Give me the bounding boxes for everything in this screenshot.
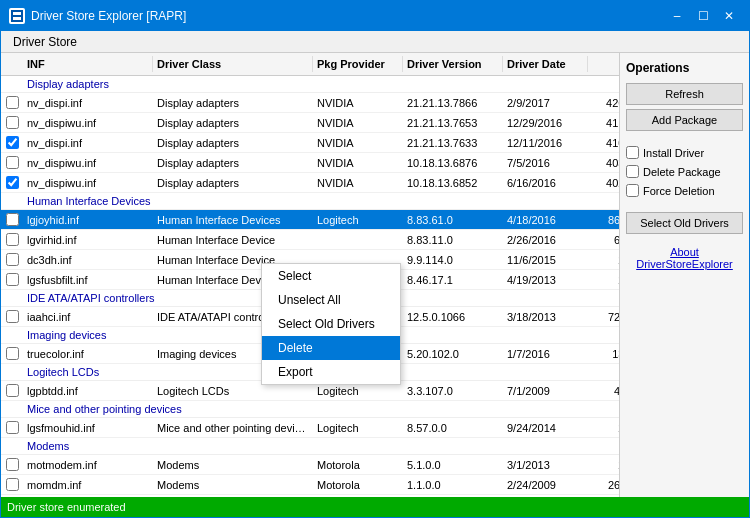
row-class: Human Interface Device — [153, 234, 313, 246]
table-row[interactable]: nv_dispi.inf Display adapters NVIDIA 21.… — [1, 133, 619, 153]
row-checkbox[interactable] — [6, 213, 19, 226]
delete-package-checkbox[interactable] — [626, 165, 639, 178]
row-checkbox[interactable] — [6, 273, 19, 286]
table-row[interactable]: motmodem.inf Modems Motorola 5.1.0.0 3/1… — [1, 455, 619, 475]
row-checkbox-cell — [1, 176, 23, 189]
row-checkbox[interactable] — [6, 478, 19, 491]
row-provider: NVIDIA — [313, 157, 403, 169]
about-link[interactable]: About DriverStoreExplorer — [626, 246, 743, 270]
header-provider[interactable]: Pkg Provider — [313, 56, 403, 72]
row-inf: lgsfmouhid.inf — [23, 422, 153, 434]
row-size: 2 MB — [588, 274, 619, 286]
row-inf: lgjoyhid.inf — [23, 214, 153, 226]
maximize-button[interactable]: ☐ — [691, 6, 715, 26]
minimize-button[interactable]: – — [665, 6, 689, 26]
header-version[interactable]: Driver Version — [403, 56, 503, 72]
row-checkbox[interactable] — [6, 310, 19, 323]
group-row: Display adapters — [1, 76, 619, 93]
status-bar: Driver store enumerated — [1, 497, 749, 517]
row-checkbox[interactable] — [6, 156, 19, 169]
table-row[interactable]: lgsfmouhid.inf Mice and other pointing d… — [1, 418, 619, 438]
row-checkbox-cell — [1, 384, 23, 397]
table-row[interactable]: lgvirhid.inf Human Interface Device 8.83… — [1, 230, 619, 250]
app-icon — [9, 8, 25, 24]
row-date: 7/5/2016 — [503, 157, 588, 169]
close-button[interactable]: ✕ — [717, 6, 741, 26]
row-version: 3.3.107.0 — [403, 385, 503, 397]
table-row[interactable]: nv_dispiwu.inf Display adapters NVIDIA 2… — [1, 113, 619, 133]
header-inf[interactable]: INF — [23, 56, 153, 72]
row-checkbox[interactable] — [6, 176, 19, 189]
row-class: Modems — [153, 479, 313, 491]
operations-title: Operations — [626, 61, 743, 75]
row-version: 9.9.114.0 — [403, 254, 503, 266]
context-menu-item-select[interactable]: Select — [262, 264, 400, 288]
row-size: 403 MB — [588, 157, 619, 169]
context-menu-item-unselect-all[interactable]: Unselect All — [262, 288, 400, 312]
row-inf: nv_dispi.inf — [23, 97, 153, 109]
install-driver-checkbox[interactable] — [626, 146, 639, 159]
main-content: INF Driver Class Pkg Provider Driver Ver… — [1, 53, 749, 497]
refresh-button[interactable]: Refresh — [626, 83, 743, 105]
row-date: 12/29/2016 — [503, 117, 588, 129]
row-inf: nv_dispiwu.inf — [23, 177, 153, 189]
row-version: 21.21.13.7633 — [403, 137, 503, 149]
force-deletion-checkbox[interactable] — [626, 184, 639, 197]
row-size: 864 KB — [588, 214, 619, 226]
row-checkbox[interactable] — [6, 253, 19, 266]
table-row[interactable]: nv_dispiwu.inf Display adapters NVIDIA 1… — [1, 173, 619, 193]
table-row[interactable]: nv_dispi.inf Display adapters NVIDIA 21.… — [1, 93, 619, 113]
row-provider: NVIDIA — [313, 97, 403, 109]
row-date: 4/18/2016 — [503, 214, 588, 226]
row-version: 8.83.61.0 — [403, 214, 503, 226]
row-date: 11/6/2015 — [503, 254, 588, 266]
header-size[interactable]: Size — [588, 56, 619, 72]
row-provider: Logitech — [313, 214, 403, 226]
row-size: 411 MB — [588, 117, 619, 129]
header-class[interactable]: Driver Class — [153, 56, 313, 72]
row-checkbox-cell — [1, 421, 23, 434]
row-checkbox[interactable] — [6, 384, 19, 397]
menu-driver-store[interactable]: Driver Store — [5, 33, 85, 51]
row-checkbox[interactable] — [6, 136, 19, 149]
row-checkbox[interactable] — [6, 347, 19, 360]
row-date: 2/26/2016 — [503, 234, 588, 246]
add-package-button[interactable]: Add Package — [626, 109, 743, 131]
row-inf: nv_dispi.inf — [23, 137, 153, 149]
table-row[interactable]: nv_dispiwu.inf Display adapters NVIDIA 1… — [1, 153, 619, 173]
delete-package-row: Delete Package — [626, 164, 743, 179]
header-date[interactable]: Driver Date — [503, 56, 588, 72]
install-driver-row: Install Driver — [626, 145, 743, 160]
row-inf: dc3dh.inf — [23, 254, 153, 266]
row-checkbox-cell — [1, 116, 23, 129]
row-date: 12/11/2016 — [503, 137, 588, 149]
main-window: Driver Store Explorer [RAPR] – ☐ ✕ Drive… — [0, 0, 750, 518]
title-bar-left: Driver Store Explorer [RAPR] — [9, 8, 186, 24]
row-checkbox[interactable] — [6, 96, 19, 109]
row-inf: iaahci.inf — [23, 311, 153, 323]
select-old-drivers-button[interactable]: Select Old Drivers — [626, 212, 743, 234]
svg-rect-1 — [13, 12, 21, 15]
table-row[interactable]: momdm.inf Modems Motorola 1.1.0.0 2/24/2… — [1, 475, 619, 495]
row-checkbox[interactable] — [6, 458, 19, 471]
row-inf: nv_dispiwu.inf — [23, 157, 153, 169]
row-checkbox[interactable] — [6, 421, 19, 434]
row-checkbox[interactable] — [6, 116, 19, 129]
row-size: 2 MB — [588, 422, 619, 434]
row-size: 13 MB — [588, 348, 619, 360]
context-menu-item-export[interactable]: Export — [262, 360, 400, 384]
context-menu-item-select-old-drivers[interactable]: Select Old Drivers — [262, 312, 400, 336]
row-checkbox-cell — [1, 96, 23, 109]
status-text: Driver store enumerated — [7, 501, 126, 513]
force-deletion-row: Force Deletion — [626, 183, 743, 198]
context-menu-item-delete[interactable]: Delete — [262, 336, 400, 360]
header-check — [1, 56, 23, 72]
svg-rect-2 — [13, 17, 21, 20]
table-row[interactable]: lgjoyhid.inf Human Interface Devices Log… — [1, 210, 619, 230]
row-version: 21.21.13.7653 — [403, 117, 503, 129]
row-version: 1.1.0.0 — [403, 479, 503, 491]
row-size: 2 MB — [588, 254, 619, 266]
row-version: 8.57.0.0 — [403, 422, 503, 434]
row-checkbox[interactable] — [6, 233, 19, 246]
row-class: Modems — [153, 459, 313, 471]
